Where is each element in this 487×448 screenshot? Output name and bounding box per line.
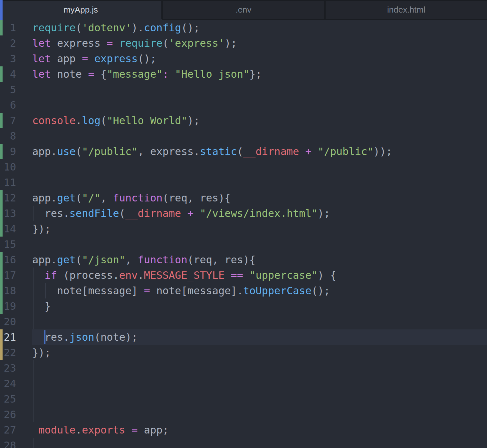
gutter-marker-added bbox=[0, 298, 3, 314]
code-text: note[message] = note[message].toUpperCas… bbox=[32, 283, 487, 298]
code-line-27[interactable]: 27 module.exports = app; bbox=[0, 422, 487, 438]
code-text: app.get("/json", function(req, res){ bbox=[32, 252, 487, 268]
code-text: }); bbox=[32, 345, 487, 360]
line-number: 26 bbox=[3, 407, 16, 422]
line-number: 10 bbox=[3, 159, 16, 175]
line-number: 12 bbox=[3, 190, 16, 206]
line-number: 1 bbox=[3, 20, 16, 35]
line-number: 20 bbox=[3, 314, 16, 329]
tab-env[interactable]: .env bbox=[163, 0, 325, 20]
code-text bbox=[32, 82, 487, 97]
code-line-3[interactable]: 3let app = express(); bbox=[0, 51, 487, 66]
code-text: app.use("/public", express.static(__dirn… bbox=[32, 144, 487, 159]
line-number: 16 bbox=[3, 252, 16, 268]
code-text bbox=[32, 376, 487, 391]
tab-label: .env bbox=[235, 5, 251, 15]
code-text bbox=[32, 360, 487, 376]
code-line-25[interactable]: 25 bbox=[0, 391, 487, 407]
line-number: 4 bbox=[3, 66, 16, 82]
code-text: } bbox=[32, 298, 487, 314]
code-line-8[interactable]: 8 bbox=[0, 128, 487, 144]
code-text: res.sendFile(__dirname + "/views/index.h… bbox=[32, 206, 487, 221]
tab-index-html[interactable]: index.html bbox=[326, 0, 487, 20]
code-line-19[interactable]: 19 } bbox=[0, 298, 487, 314]
code-text bbox=[32, 407, 487, 422]
code-line-7[interactable]: 7console.log("Hello World"); bbox=[0, 113, 487, 128]
line-number: 18 bbox=[3, 283, 16, 298]
code-text bbox=[32, 314, 487, 329]
gutter-marker-added bbox=[0, 283, 3, 298]
code-text: if (process.env.MESSAGE_STYLE == "upperc… bbox=[32, 268, 487, 283]
active-file-marker bbox=[0, 0, 3, 20]
code-line-6[interactable]: 6 bbox=[0, 97, 487, 113]
editor: 1require('dotenv').config();2let express… bbox=[0, 20, 487, 448]
gutter-marker-added bbox=[0, 221, 3, 237]
code-text: res.json(note); bbox=[32, 329, 487, 345]
line-number: 23 bbox=[3, 360, 16, 376]
code-line-18[interactable]: 18 note[message] = note[message].toUpper… bbox=[0, 283, 487, 298]
gutter-marker-added bbox=[0, 252, 3, 268]
code-line-13[interactable]: 13 res.sendFile(__dirname + "/views/inde… bbox=[0, 206, 487, 221]
code-text bbox=[32, 438, 487, 448]
line-number: 24 bbox=[3, 376, 16, 391]
line-number: 6 bbox=[3, 97, 16, 113]
line-number: 11 bbox=[3, 175, 16, 190]
gutter-marker-added bbox=[0, 190, 3, 206]
code-text: app.get("/", function(req, res){ bbox=[32, 190, 487, 206]
code-text: module.exports = app; bbox=[32, 422, 487, 438]
code-text bbox=[32, 159, 487, 175]
code-line-1[interactable]: 1require('dotenv').config(); bbox=[0, 20, 487, 35]
line-number: 7 bbox=[3, 113, 16, 128]
gutter-marker-added bbox=[0, 144, 3, 159]
gutter-marker-added bbox=[0, 20, 3, 35]
code-line-2[interactable]: 2let express = require('express'); bbox=[0, 35, 487, 51]
gutter-marker-added bbox=[0, 206, 3, 221]
line-number: 3 bbox=[3, 51, 16, 66]
code-line-16[interactable]: 16app.get("/json", function(req, res){ bbox=[0, 252, 487, 268]
line-number: 21 bbox=[3, 329, 16, 345]
line-number: 2 bbox=[3, 35, 16, 51]
tab-bar: myApp.js .env index.html bbox=[0, 0, 487, 20]
line-number: 27 bbox=[3, 422, 16, 438]
line-number: 19 bbox=[3, 298, 16, 314]
code-line-5[interactable]: 5 bbox=[0, 82, 487, 97]
line-number: 17 bbox=[3, 268, 16, 283]
tab-label: index.html bbox=[387, 5, 425, 15]
code-line-14[interactable]: 14}); bbox=[0, 221, 487, 237]
code-line-10[interactable]: 10 bbox=[0, 159, 487, 175]
code-line-4[interactable]: 4let note = {"message": "Hello json"}; bbox=[0, 66, 487, 82]
gutter-marker-modified bbox=[0, 345, 3, 360]
line-number: 25 bbox=[3, 391, 16, 407]
code-text bbox=[32, 128, 487, 144]
code-text: console.log("Hello World"); bbox=[32, 113, 487, 128]
code-text bbox=[32, 391, 487, 407]
line-number: 15 bbox=[3, 237, 16, 252]
code-line-11[interactable]: 11 bbox=[0, 175, 487, 190]
code-line-21[interactable]: 21 res.json(note); bbox=[0, 329, 487, 345]
code-line-22[interactable]: 22}); bbox=[0, 345, 487, 360]
line-number: 28 bbox=[3, 438, 16, 448]
code-line-28[interactable]: 28 bbox=[0, 438, 487, 448]
code-text: }); bbox=[32, 221, 487, 237]
code-line-12[interactable]: 12app.get("/", function(req, res){ bbox=[0, 190, 487, 206]
code-text: let app = express(); bbox=[32, 51, 487, 66]
code-line-17[interactable]: 17 if (process.env.MESSAGE_STYLE == "upp… bbox=[0, 268, 487, 283]
gutter-marker-added bbox=[0, 113, 3, 128]
line-number: 13 bbox=[3, 206, 16, 221]
code-line-15[interactable]: 15 bbox=[0, 237, 487, 252]
line-number: 8 bbox=[3, 128, 16, 144]
code-text bbox=[32, 97, 487, 113]
tab-myapp-js[interactable]: myApp.js bbox=[0, 0, 163, 20]
code-line-26[interactable]: 26 bbox=[0, 407, 487, 422]
code-text bbox=[32, 237, 487, 252]
code-line-20[interactable]: 20 bbox=[0, 314, 487, 329]
gutter-marker-added bbox=[0, 66, 3, 82]
code-line-9[interactable]: 9app.use("/public", express.static(__dir… bbox=[0, 144, 487, 159]
text-cursor bbox=[44, 330, 45, 344]
line-number: 14 bbox=[3, 221, 16, 237]
code-line-24[interactable]: 24 bbox=[0, 376, 487, 391]
code-line-23[interactable]: 23 bbox=[0, 360, 487, 376]
tab-label: myApp.js bbox=[63, 5, 98, 15]
code-text: let express = require('express'); bbox=[32, 35, 487, 51]
gutter-marker-modified bbox=[0, 329, 3, 345]
